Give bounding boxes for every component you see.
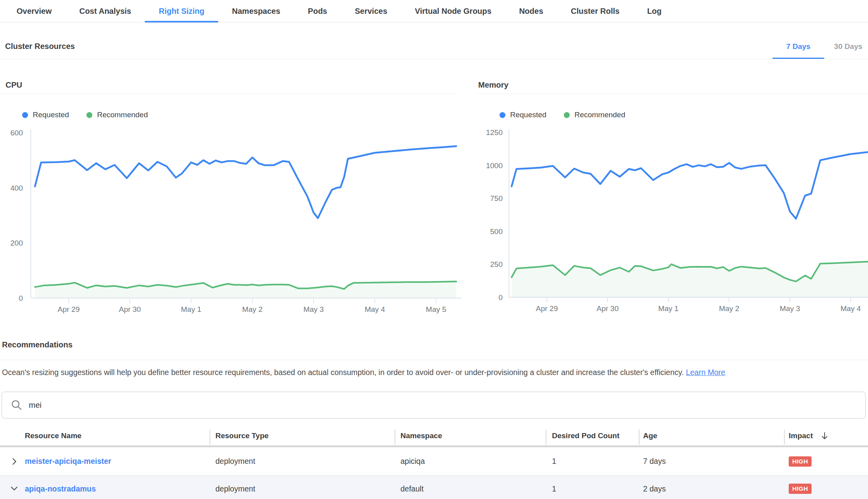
tab-overview[interactable]: Overview bbox=[3, 0, 65, 22]
memory-legend-recommended: Recommended bbox=[564, 111, 625, 119]
svg-text:250: 250 bbox=[490, 260, 503, 268]
svg-text:May 4: May 4 bbox=[840, 304, 861, 313]
tab-cluster-rolls[interactable]: Cluster Rolls bbox=[557, 0, 633, 22]
svg-text:1000: 1000 bbox=[486, 161, 503, 170]
tab-services[interactable]: Services bbox=[341, 0, 401, 22]
svg-text:May 5: May 5 bbox=[426, 305, 446, 313]
period-toggle: 7 Days 30 Days bbox=[773, 34, 868, 59]
legend-label: Recommended bbox=[574, 111, 625, 119]
recommended-dot-icon bbox=[86, 112, 92, 118]
chevron-right-icon[interactable] bbox=[10, 457, 19, 466]
svg-text:May 2: May 2 bbox=[242, 305, 263, 313]
requested-dot-icon bbox=[499, 112, 505, 118]
resource-name-link[interactable]: apiqa-nostradamus bbox=[25, 484, 96, 493]
section-divider bbox=[0, 59, 868, 59]
tab-namespaces[interactable]: Namespaces bbox=[218, 0, 294, 22]
table-row[interactable]: meister-apiciqa-meister deployment apici… bbox=[0, 447, 868, 475]
tab-right-sizing[interactable]: Right Sizing bbox=[145, 0, 218, 22]
header-age[interactable]: Age bbox=[639, 431, 784, 440]
memory-chart-title: Memory bbox=[478, 81, 509, 90]
impact-badge: HIGH bbox=[789, 456, 812, 467]
resource-search-box bbox=[2, 392, 866, 418]
period-7-days[interactable]: 7 Days bbox=[773, 34, 824, 59]
svg-text:500: 500 bbox=[490, 227, 503, 236]
cpu-legend: Requested Recommended bbox=[22, 111, 148, 119]
chevron-down-icon[interactable] bbox=[10, 484, 19, 493]
cpu-title-divider bbox=[0, 94, 456, 94]
svg-text:May 3: May 3 bbox=[780, 304, 800, 313]
header-divider bbox=[784, 430, 785, 445]
search-icon bbox=[11, 399, 22, 411]
description-text: Ocean's resizing suggestions will help y… bbox=[2, 368, 684, 377]
svg-text:Apr 29: Apr 29 bbox=[58, 305, 80, 313]
cpu-legend-requested: Requested bbox=[22, 111, 69, 119]
learn-more-link[interactable]: Learn More bbox=[686, 368, 725, 377]
table-header: Resource Name Resource Type Namespace De… bbox=[0, 426, 868, 445]
legend-label: Requested bbox=[510, 111, 546, 119]
header-impact[interactable]: Impact bbox=[784, 431, 868, 441]
header-desired-pod-count[interactable]: Desired Pod Count bbox=[546, 431, 639, 440]
sort-desc-arrow-icon[interactable] bbox=[820, 431, 829, 441]
svg-text:May 2: May 2 bbox=[719, 304, 739, 313]
tab-cost-analysis[interactable]: Cost Analysis bbox=[65, 0, 145, 22]
svg-text:May 1: May 1 bbox=[181, 305, 202, 313]
impact-badge: HIGH bbox=[789, 484, 812, 494]
table-row[interactable]: apiqa-nostradamus deployment default 1 2… bbox=[0, 476, 868, 499]
resource-type-cell: deployment bbox=[210, 484, 395, 493]
tab-log[interactable]: Log bbox=[633, 0, 675, 22]
memory-legend-requested: Requested bbox=[499, 111, 546, 119]
header-divider bbox=[639, 430, 640, 445]
header-resource-name[interactable]: Resource Name bbox=[0, 431, 210, 440]
header-resource-type[interactable]: Resource Type bbox=[210, 431, 395, 440]
svg-text:1250: 1250 bbox=[486, 128, 503, 137]
svg-text:Apr 29: Apr 29 bbox=[536, 304, 558, 313]
header-divider bbox=[395, 430, 395, 445]
svg-text:0: 0 bbox=[19, 294, 23, 302]
recommendations-description: Ocean's resizing suggestions will help y… bbox=[2, 368, 725, 377]
svg-text:200: 200 bbox=[10, 239, 23, 247]
recommended-dot-icon bbox=[564, 112, 570, 118]
recommendations-divider bbox=[0, 360, 868, 360]
svg-text:May 4: May 4 bbox=[365, 305, 385, 313]
svg-text:Apr 30: Apr 30 bbox=[597, 304, 619, 313]
cpu-chart-title: CPU bbox=[6, 81, 22, 90]
tab-virtual-node-groups[interactable]: Virtual Node Groups bbox=[401, 0, 505, 22]
header-divider bbox=[546, 430, 546, 445]
recommendations-heading: Recommendations bbox=[2, 340, 73, 349]
cluster-resources-heading: Cluster Resources bbox=[5, 42, 75, 51]
cpu-legend-recommended: Recommended bbox=[86, 111, 148, 119]
requested-dot-icon bbox=[22, 112, 28, 118]
svg-text:750: 750 bbox=[490, 194, 503, 203]
svg-text:400: 400 bbox=[10, 184, 23, 192]
legend-label: Requested bbox=[33, 111, 69, 119]
top-tab-bar: Overview Cost Analysis Right Sizing Name… bbox=[0, 0, 868, 23]
desired-pod-count-cell: 1 bbox=[546, 484, 639, 493]
svg-text:0: 0 bbox=[498, 293, 503, 302]
resource-name-link[interactable]: meister-apiciqa-meister bbox=[25, 457, 111, 466]
legend-label: Recommended bbox=[97, 111, 148, 119]
svg-text:600: 600 bbox=[10, 129, 23, 137]
age-cell: 2 days bbox=[639, 484, 784, 493]
svg-text:May 1: May 1 bbox=[658, 304, 679, 313]
tab-nodes[interactable]: Nodes bbox=[505, 0, 557, 22]
search-input[interactable] bbox=[28, 400, 865, 410]
namespace-cell: default bbox=[395, 484, 546, 493]
memory-chart: 025050075010001250Apr 29Apr 30May 1May 2… bbox=[477, 126, 868, 315]
header-namespace[interactable]: Namespace bbox=[395, 431, 546, 440]
memory-legend: Requested Recommended bbox=[499, 111, 625, 119]
period-30-days[interactable]: 30 Days bbox=[824, 34, 868, 59]
svg-text:May 3: May 3 bbox=[303, 305, 324, 313]
age-cell: 7 days bbox=[639, 457, 784, 466]
tab-pods[interactable]: Pods bbox=[294, 0, 341, 22]
cpu-chart: 0200400600Apr 29Apr 30May 1May 2May 3May… bbox=[0, 126, 462, 315]
memory-title-divider bbox=[477, 94, 868, 94]
resource-type-cell: deployment bbox=[210, 457, 395, 466]
svg-text:Apr 30: Apr 30 bbox=[119, 305, 141, 313]
desired-pod-count-cell: 1 bbox=[546, 457, 639, 466]
namespace-cell: apiciqa bbox=[395, 457, 546, 466]
header-impact-label: Impact bbox=[789, 431, 813, 440]
header-divider bbox=[210, 430, 210, 445]
